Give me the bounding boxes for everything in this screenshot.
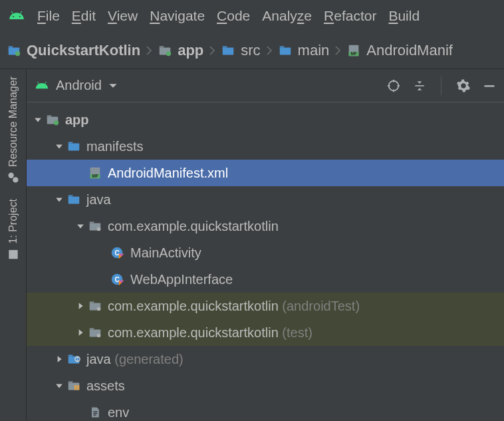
tree-row[interactable]: MFAndroidManifest.xml bbox=[27, 160, 504, 186]
breadcrumb-item[interactable]: main bbox=[278, 42, 330, 59]
expand-arrow-right-icon[interactable] bbox=[74, 302, 86, 310]
svg-rect-4 bbox=[223, 47, 234, 55]
menu-file[interactable]: File bbox=[37, 8, 60, 24]
svg-rect-41 bbox=[94, 411, 98, 412]
manifest-icon: MF bbox=[346, 43, 361, 58]
hide-icon[interactable] bbox=[483, 79, 496, 92]
expand-arrow-down-icon[interactable] bbox=[74, 222, 86, 230]
view-selector-label[interactable]: Android bbox=[56, 78, 102, 93]
breadcrumb-label: src bbox=[241, 42, 260, 59]
project-tool-icon bbox=[7, 248, 20, 261]
svg-rect-38 bbox=[74, 385, 76, 390]
tree-row-label: com.example.quickstartkotlin bbox=[104, 219, 279, 234]
menu-code[interactable]: Code bbox=[217, 8, 250, 24]
breadcrumb-separator-icon bbox=[265, 45, 274, 56]
project-panel: Android appmani bbox=[27, 69, 504, 421]
svg-point-10 bbox=[13, 177, 18, 182]
package-icon bbox=[86, 219, 104, 233]
target-icon[interactable] bbox=[386, 78, 401, 93]
sidebar-label: 1: Project bbox=[7, 199, 19, 244]
expand-arrow-down-icon[interactable] bbox=[53, 142, 65, 150]
menu-analyze[interactable]: Analyze bbox=[262, 8, 312, 24]
tree-row[interactable]: assets bbox=[27, 372, 504, 399]
svg-rect-42 bbox=[94, 413, 98, 414]
panel-header: Android bbox=[27, 69, 504, 102]
chevron-down-icon[interactable] bbox=[108, 81, 118, 90]
tree-row[interactable]: java (generated) bbox=[27, 346, 504, 372]
folder-icon bbox=[221, 43, 235, 58]
svg-text:MF: MF bbox=[92, 174, 98, 178]
tree-row[interactable]: CWebAppInterface bbox=[27, 266, 504, 293]
tree-row[interactable]: env bbox=[27, 399, 504, 421]
folder-icon bbox=[65, 139, 82, 154]
breadcrumb-item[interactable]: app bbox=[158, 42, 203, 59]
tool-window-bar-left: Resource Manager 1: Project bbox=[0, 69, 27, 421]
kotlin-class-icon: C bbox=[109, 272, 126, 287]
tree-row-label: env bbox=[104, 405, 129, 420]
tree-row[interactable]: manifests bbox=[27, 133, 504, 160]
breadcrumb-item[interactable]: MFAndroidManif bbox=[346, 42, 453, 59]
tree-row[interactable]: com.example.quickstartkotlin (androidTes… bbox=[27, 293, 504, 319]
expand-arrow-down-icon[interactable] bbox=[53, 382, 65, 390]
expand-arrow-down-icon[interactable] bbox=[53, 196, 65, 204]
svg-point-12 bbox=[389, 80, 399, 90]
svg-rect-11 bbox=[9, 250, 17, 259]
tree-row[interactable]: CMainActivity bbox=[27, 239, 504, 266]
svg-rect-40 bbox=[78, 385, 79, 390]
tree-row[interactable]: app bbox=[27, 106, 504, 133]
expand-arrow-right-icon[interactable] bbox=[74, 329, 86, 337]
svg-text:C: C bbox=[114, 249, 119, 257]
svg-point-9 bbox=[8, 173, 13, 178]
collapse-all-icon[interactable] bbox=[413, 79, 426, 92]
svg-rect-17 bbox=[415, 85, 424, 86]
tree-row-label: assets bbox=[82, 378, 125, 394]
sidebar-resource-manager[interactable]: Resource Manager bbox=[6, 72, 21, 189]
file-icon bbox=[86, 406, 104, 419]
svg-point-27 bbox=[97, 227, 101, 231]
svg-rect-39 bbox=[76, 385, 78, 390]
breadcrumb-item[interactable]: src bbox=[221, 42, 260, 59]
tree-row-label: manifests bbox=[82, 139, 144, 154]
breadcrumb-item[interactable]: QuickstartKotlin bbox=[7, 42, 140, 59]
expand-arrow-down-icon[interactable] bbox=[32, 116, 44, 124]
svg-rect-5 bbox=[279, 47, 291, 55]
menu-edit[interactable]: Edit bbox=[72, 8, 96, 24]
menu-view[interactable]: View bbox=[108, 8, 138, 24]
module-icon bbox=[44, 112, 61, 127]
divider bbox=[441, 76, 441, 95]
android-icon bbox=[35, 78, 49, 93]
tree-row-label: MainActivity bbox=[126, 245, 201, 261]
folder-icon bbox=[278, 43, 293, 58]
project-icon bbox=[7, 43, 21, 58]
svg-rect-21 bbox=[68, 143, 80, 150]
svg-point-33 bbox=[97, 307, 101, 311]
tree-row[interactable]: java bbox=[27, 186, 504, 213]
svg-rect-37 bbox=[68, 382, 80, 390]
menubar: File Edit View Navigate Code Analyze Ref… bbox=[0, 0, 504, 32]
breadcrumb-separator-icon bbox=[144, 45, 154, 56]
gear-icon[interactable] bbox=[456, 78, 471, 93]
breadcrumb-label: main bbox=[298, 42, 330, 59]
tree-row[interactable]: com.example.quickstartkotlin (test) bbox=[27, 319, 504, 346]
breadcrumb-label: AndroidManif bbox=[366, 42, 453, 59]
tree-row[interactable]: com.example.quickstartkotlin bbox=[27, 213, 504, 239]
assets-folder-icon bbox=[65, 378, 82, 393]
svg-rect-25 bbox=[68, 196, 80, 204]
tree-row-label: com.example.quickstartkotlin (androidTes… bbox=[104, 299, 360, 314]
gen-folder-icon bbox=[65, 352, 82, 366]
module-icon bbox=[158, 43, 172, 58]
svg-point-1 bbox=[15, 51, 20, 55]
expand-arrow-right-icon[interactable] bbox=[53, 355, 65, 363]
tree-row-label: app bbox=[61, 112, 89, 128]
tree-row-label: AndroidManifest.xml bbox=[104, 166, 228, 181]
svg-point-20 bbox=[54, 120, 59, 125]
menu-build[interactable]: Build bbox=[388, 8, 420, 24]
folder-icon bbox=[65, 192, 82, 207]
menu-navigate[interactable]: Navigate bbox=[150, 8, 205, 24]
breadcrumb: QuickstartKotlinappsrcmainMFAndroidManif bbox=[0, 32, 504, 69]
android-logo-icon bbox=[8, 7, 25, 25]
manifest-icon: MF bbox=[86, 166, 104, 180]
project-tree[interactable]: appmanifestsMFAndroidManifest.xmljavacom… bbox=[27, 102, 504, 421]
menu-refactor[interactable]: Refactor bbox=[324, 8, 376, 24]
sidebar-project[interactable]: 1: Project bbox=[6, 194, 21, 266]
